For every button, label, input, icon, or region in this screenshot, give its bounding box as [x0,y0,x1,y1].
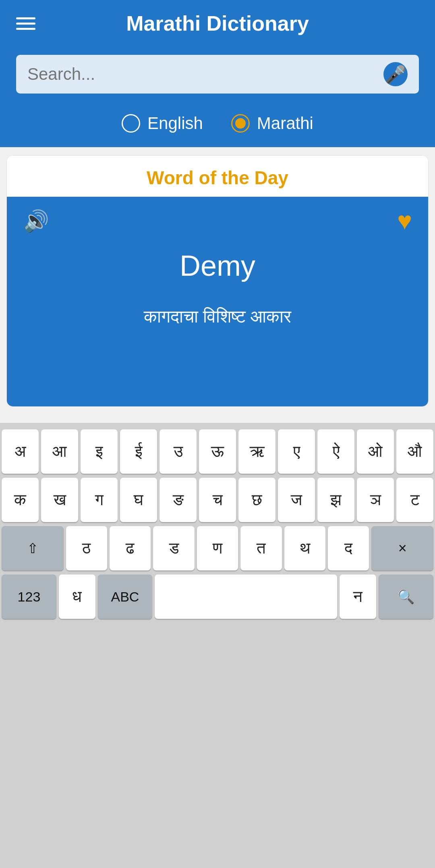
app-header: Marathi Dictionary [0,0,435,47]
search-bar: 🎤 [0,47,435,106]
play-sound-icon[interactable]: 🔊 [23,209,49,233]
radio-circle-english[interactable] [122,114,140,133]
word-of-the-day-section: Word of the Day 🔊 ♥ Demy कागदाचा विशिष्ट… [6,155,429,407]
radio-circle-marathi[interactable] [231,114,250,133]
radio-label-english: English [147,114,203,133]
search-key[interactable]: 🔍 [379,575,433,619]
key-tha[interactable]: ठ [66,526,107,570]
key-ai[interactable]: ऐ [317,429,354,474]
menu-button[interactable] [16,17,35,30]
radio-english[interactable]: English [122,114,203,133]
wotd-word: Demy [23,249,412,282]
space-key[interactable] [155,575,337,619]
key-ta2[interactable]: त [240,526,282,570]
wotd-meaning: कागदाचा विशिष्ट आकार [23,306,412,327]
key-uu[interactable]: ऊ [199,429,236,474]
key-u[interactable]: उ [160,429,197,474]
key-i[interactable]: इ [81,429,118,474]
keyboard-row-2: क ख ग घ ङ च छ ज झ ञ ट [2,478,433,522]
key-e[interactable]: ए [278,429,315,474]
language-selector: English Marathi [0,106,435,147]
key-ja[interactable]: ज [278,478,315,522]
key-gha[interactable]: घ [120,478,157,522]
key-da2[interactable]: द [328,526,369,570]
keyboard-row-4: 123 ध ABC न 🔍 [2,575,433,619]
keyboard-row-1: अ आ इ ई उ ऊ ऋ ए ऐ ओ औ [2,429,433,474]
abc-key[interactable]: ABC [98,575,153,619]
key-au[interactable]: औ [396,429,433,474]
key-dha[interactable]: ढ [110,526,151,570]
radio-marathi[interactable]: Marathi [231,114,313,133]
key-nga[interactable]: ङ [160,478,197,522]
numbers-key[interactable]: 123 [2,575,56,619]
key-ta[interactable]: ट [396,478,433,522]
delete-key[interactable]: × [371,526,433,570]
key-na2[interactable]: न [340,575,376,619]
wotd-card: 🔊 ♥ Demy कागदाचा विशिष्ट आकार [7,197,428,406]
wotd-title: Word of the Day [7,156,428,197]
marathi-keyboard: अ आ इ ई उ ऊ ऋ ए ऐ ओ औ क ख ग घ ङ च छ ज झ … [0,423,435,868]
key-chha[interactable]: छ [238,478,276,522]
favorite-icon[interactable]: ♥ [397,206,412,235]
key-na[interactable]: ण [197,526,238,570]
key-a[interactable]: अ [2,429,39,474]
key-o[interactable]: ओ [357,429,394,474]
key-ii[interactable]: ई [120,429,157,474]
microphone-icon[interactable]: 🎤 [383,62,408,86]
search-input[interactable] [27,65,383,84]
radio-label-marathi: Marathi [257,114,313,133]
key-dha2[interactable]: ध [59,575,95,619]
key-tha2[interactable]: थ [284,526,325,570]
key-da[interactable]: ड [153,526,194,570]
app-title: Marathi Dictionary [48,11,387,35]
key-aa[interactable]: आ [41,429,78,474]
key-jha[interactable]: झ [317,478,354,522]
key-kha[interactable]: ख [41,478,78,522]
keyboard-row-3: ⇧ ठ ढ ड ण त थ द × [2,526,433,570]
search-input-wrap[interactable]: 🎤 [16,55,419,94]
key-nya[interactable]: ञ [357,478,394,522]
key-ka[interactable]: क [2,478,39,522]
key-ga[interactable]: ग [81,478,118,522]
shift-key[interactable]: ⇧ [2,526,64,570]
key-ri[interactable]: ऋ [238,429,276,474]
key-cha[interactable]: च [199,478,236,522]
